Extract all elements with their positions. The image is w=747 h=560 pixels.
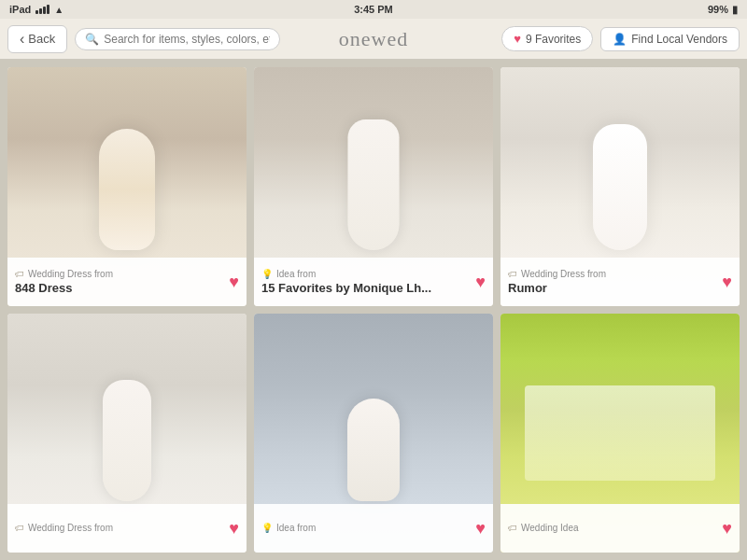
- item-name-3: Rumor: [508, 281, 716, 296]
- type-text-1: Wedding Dress from: [28, 269, 113, 279]
- card-item[interactable]: 🏷 Wedding Dress from Rumor ♥: [500, 67, 740, 306]
- favorite-heart-1[interactable]: ♥: [229, 273, 239, 292]
- card-item[interactable]: 🏷 Wedding Dress from ♥: [7, 314, 247, 553]
- card-item[interactable]: 💡 Idea from ♥: [254, 314, 493, 553]
- search-icon: 🔍: [85, 33, 99, 46]
- label-content-3: 🏷 Wedding Dress from Rumor: [508, 269, 716, 296]
- type-text-6: Wedding Idea: [521, 523, 579, 533]
- nav-bar: Back 🔍 onewed ♥ 9 Favorites 👤 Find Local…: [0, 19, 747, 60]
- tag-icon: 🏷: [508, 269, 517, 279]
- content-grid: 🏷 Wedding Dress from 848 Dress ♥ 💡 Idea …: [0, 60, 747, 560]
- label-type-6: 🏷 Wedding Idea: [508, 523, 716, 533]
- favorites-button[interactable]: ♥ 9 Favorites: [501, 26, 593, 51]
- card-label-1: 🏷 Wedding Dress from 848 Dress ♥: [7, 258, 247, 306]
- battery-label: 99%: [708, 4, 728, 15]
- card-label-4: 🏷 Wedding Dress from ♥: [7, 504, 247, 553]
- favorites-label: 9 Favorites: [526, 33, 581, 46]
- search-bar[interactable]: 🔍: [75, 28, 280, 50]
- label-type-2: 💡 Idea from: [261, 269, 470, 279]
- card-label-6: 🏷 Wedding Idea ♥: [500, 504, 740, 553]
- battery-icon: ▮: [732, 4, 738, 16]
- back-label: Back: [28, 32, 55, 46]
- tag-icon: 🏷: [15, 269, 24, 279]
- label-content-1: 🏷 Wedding Dress from 848 Dress: [15, 269, 223, 296]
- label-type-4: 🏷 Wedding Dress from: [15, 523, 223, 533]
- item-name-1: 848 Dress: [15, 281, 223, 296]
- card-label-2: 💡 Idea from 15 Favorites by Monique Lh..…: [254, 258, 493, 306]
- logo: onewed: [339, 27, 408, 51]
- status-right: 99% ▮: [708, 4, 738, 16]
- card-item[interactable]: 🏷 Wedding Idea ♥: [500, 314, 740, 553]
- tag-icon: 🏷: [508, 523, 517, 533]
- card-label-5: 💡 Idea from ♥: [254, 504, 493, 553]
- favorite-heart-5[interactable]: ♥: [475, 519, 486, 539]
- favorite-heart-4[interactable]: ♥: [229, 519, 239, 539]
- device-label: iPad: [9, 4, 31, 15]
- label-content-6: 🏷 Wedding Idea: [508, 523, 716, 535]
- card-item[interactable]: 🏷 Wedding Dress from 848 Dress ♥: [7, 67, 247, 306]
- tag-icon: 🏷: [15, 523, 24, 533]
- type-text-4: Wedding Dress from: [28, 523, 113, 533]
- label-content-4: 🏷 Wedding Dress from: [15, 523, 223, 535]
- person-icon: 👤: [613, 33, 627, 46]
- card-label-3: 🏷 Wedding Dress from Rumor ♥: [500, 258, 740, 306]
- status-bar: iPad ▲ 3:45 PM 99% ▮: [0, 0, 747, 19]
- type-text-3: Wedding Dress from: [521, 269, 606, 279]
- heart-icon: ♥: [514, 32, 521, 46]
- bulb-icon: 💡: [261, 269, 273, 279]
- favorite-heart-3[interactable]: ♥: [722, 273, 732, 292]
- type-text-2: Idea from: [276, 269, 316, 279]
- favorite-heart-2[interactable]: ♥: [475, 273, 486, 292]
- signal-icon: [35, 5, 49, 14]
- favorite-heart-6[interactable]: ♥: [722, 519, 732, 539]
- back-button[interactable]: Back: [7, 25, 67, 53]
- label-type-1: 🏷 Wedding Dress from: [15, 269, 223, 279]
- nav-left: Back 🔍: [7, 25, 280, 53]
- time-display: 3:45 PM: [354, 4, 393, 15]
- search-input[interactable]: [104, 33, 270, 46]
- type-text-5: Idea from: [276, 523, 316, 533]
- label-type-3: 🏷 Wedding Dress from: [508, 269, 716, 279]
- bulb-icon: 💡: [261, 523, 273, 533]
- vendors-label: Find Local Vendors: [631, 33, 727, 46]
- wifi-icon: ▲: [54, 5, 63, 15]
- vendors-button[interactable]: 👤 Find Local Vendors: [600, 27, 740, 51]
- label-type-5: 💡 Idea from: [261, 523, 470, 533]
- card-item[interactable]: 💡 Idea from 15 Favorites by Monique Lh..…: [254, 67, 493, 306]
- nav-right: ♥ 9 Favorites 👤 Find Local Vendors: [501, 26, 740, 51]
- label-content-2: 💡 Idea from 15 Favorites by Monique Lh..…: [261, 269, 470, 296]
- item-name-2: 15 Favorites by Monique Lh...: [261, 281, 470, 296]
- label-content-5: 💡 Idea from: [261, 523, 470, 535]
- status-left: iPad ▲: [9, 4, 63, 15]
